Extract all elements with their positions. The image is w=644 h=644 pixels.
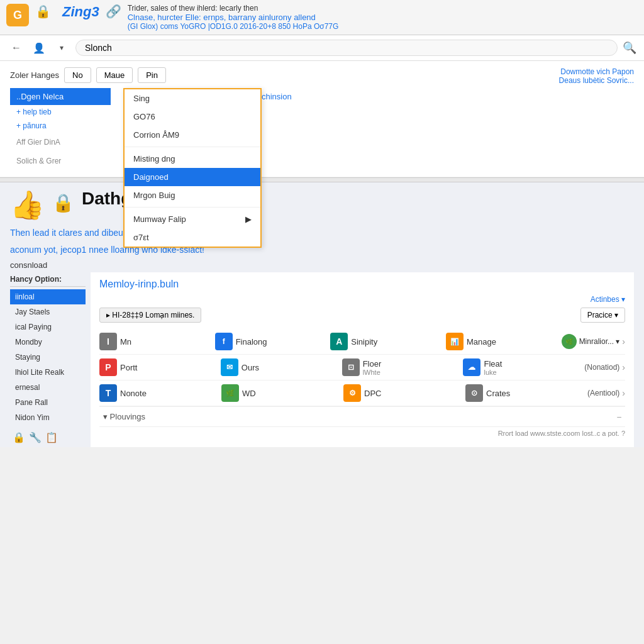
- filter-tag-label: ▸ HI-28‡‡9 Lomạn miines.: [106, 311, 194, 319]
- filter-maue-button[interactable]: Maue: [96, 67, 133, 83]
- dropdown-item-3[interactable]: Misting dng: [125, 150, 260, 168]
- dpc-icon: ⚙: [343, 384, 361, 402]
- dropdown-item-0[interactable]: Sing: [125, 89, 260, 108]
- bs-item-1[interactable]: Jay Staels: [10, 304, 86, 319]
- address-input[interactable]: [75, 40, 618, 56]
- aentiool-status: (Aentiool): [587, 389, 619, 397]
- submenu-arrow-icon: ▶: [245, 214, 252, 224]
- manage-name: Manage: [467, 337, 496, 347]
- nonatiod-status: (Nonatiod): [584, 363, 619, 372]
- dropdown-item-6[interactable]: Mumway Falip ▶: [125, 210, 260, 228]
- app-row-0: I Mn f Finalong A Sinipity 📊 Manage: [99, 329, 625, 355]
- section-divider: [0, 177, 644, 182]
- app-cell-floer: ⊡ Floer lWhte: [342, 358, 464, 376]
- browser-logo: G: [6, 4, 29, 26]
- bs-item-6[interactable]: ernesal: [10, 380, 86, 395]
- plouvings-row[interactable]: ▾ Plouvings –: [99, 406, 625, 426]
- browser-brand: Zing3: [62, 4, 99, 20]
- bs-item-3[interactable]: Mondby: [10, 335, 86, 350]
- app-cell-sinipity: A Sinipity: [330, 333, 446, 350]
- bs-icon1[interactable]: 🔒: [13, 431, 25, 443]
- floer-sub: lWhte: [363, 369, 382, 376]
- lock-title-icon: 🔒: [52, 192, 74, 213]
- app-cell-fleat: ☁ Fleat luke: [463, 358, 584, 376]
- minralior-name: Minralior... ▾: [579, 337, 620, 346]
- bs-icon3[interactable]: 📋: [45, 431, 58, 443]
- hook-icon: 🔗: [106, 4, 121, 19]
- filter-pin-button[interactable]: Pin: [138, 67, 166, 83]
- browser-chrome: G 🔒 Zing3 🔗 Trider, sales of thew ihlerd…: [0, 0, 644, 61]
- dropdown-sep1: [125, 147, 260, 147]
- plouvings-dash: –: [617, 413, 621, 421]
- practice-button[interactable]: Pracice ▾: [580, 308, 625, 323]
- bs-item-0[interactable]: iinloal: [10, 289, 86, 304]
- bottom-status: Rrort load www.stste.coom lost..c a pot.…: [99, 426, 625, 440]
- browser-title-area: Trider, sales of thew ihlerd: lecarly th…: [128, 4, 638, 31]
- sidebar-left: ..Dgen Nelca + help tieb + pãnura Aff Gi…: [10, 88, 111, 170]
- dropdown-area: Sing GO76 Corrion ÅM9 Misting dng Daigno…: [111, 88, 634, 170]
- app-cell-minralior: 🌿 Minralior... ▾ ›: [562, 334, 625, 349]
- info-line1: Dowmotte vich Papon: [559, 67, 634, 76]
- row3-chevron[interactable]: ›: [622, 388, 625, 398]
- profile-button[interactable]: 👤: [30, 39, 48, 57]
- bs-item-2[interactable]: ical Paying: [10, 319, 86, 335]
- filter-row: ▸ HI-28‡‡9 Lomạn miines. Pracice ▾: [99, 308, 625, 323]
- row1-chevron[interactable]: ›: [622, 336, 625, 347]
- sidebar-section1: Aff Gier DinA: [10, 133, 111, 152]
- row2-chevron[interactable]: ›: [622, 362, 625, 372]
- filter-no-button[interactable]: No: [64, 67, 91, 83]
- dpc-name: DPC: [364, 389, 381, 398]
- back-button[interactable]: ←: [8, 39, 25, 57]
- app-cell-ours: ✉ Ours: [221, 358, 342, 376]
- app-cell-aentiool: (Aentiool) ›: [587, 388, 625, 398]
- filter-label: Zoler Hanges: [10, 70, 59, 80]
- app-cell-nonatiod: (Nonatiod) ›: [584, 362, 625, 372]
- bs-item-4[interactable]: Staying: [10, 350, 86, 365]
- portt-name: Portt: [120, 363, 137, 372]
- main-content: Memloy-irinp.buln Actinbes ▾ ▸ HI-28‡‡9 …: [91, 272, 634, 447]
- dropdown-item-1[interactable]: GO76: [125, 108, 260, 126]
- sidebar-sub2[interactable]: + pãnura: [10, 119, 111, 133]
- memloy-link[interactable]: Memloy-irinp.buln: [99, 279, 625, 290]
- fancy-option-label: Hancy Option:: [10, 272, 86, 287]
- sidebar-sub1[interactable]: + help tieb: [10, 105, 111, 119]
- dropdown-item-5[interactable]: Mrgon Buig: [125, 186, 260, 204]
- title-line3: (GI Glox) coms YoGRO |OD1G.0 2016-20+8 8…: [128, 22, 638, 31]
- floer-name: Floer: [363, 359, 382, 369]
- dropdown-item-2[interactable]: Corrion ÅM9: [125, 126, 260, 144]
- bs-item-8[interactable]: Nidon Yim: [10, 410, 86, 425]
- dropdown-item-4[interactable]: Daignoed: [125, 168, 260, 186]
- filter-bar: Zoler Hanges No Maue Pin: [10, 67, 634, 83]
- app-cell-dpc: ⚙ DPC: [343, 384, 465, 402]
- nonote-name: Nonote: [120, 389, 147, 398]
- app-cell-finalong: f Finalong: [215, 333, 331, 350]
- bs-item-5[interactable]: lhiol Lite Realk: [10, 365, 86, 380]
- browser-tab-bar: G 🔒 Zing3 🔗 Trider, sales of thew ihlerd…: [0, 0, 644, 35]
- bottom-area: 👍 🔒 Dathge: M intas Then lead it clares …: [0, 182, 644, 447]
- lock-icon: 🔒: [35, 4, 51, 19]
- blue-desc1: Then lead it clares and dibeut chandtom!: [10, 226, 634, 240]
- crates-name: Crates: [486, 389, 510, 398]
- floer-info: Floer lWhte: [363, 359, 382, 376]
- sidebar-active-item[interactable]: ..Dgen Nelca: [10, 88, 111, 105]
- filter-tag[interactable]: ▸ HI-28‡‡9 Lomạn miines.: [99, 308, 201, 323]
- thumbs-section: 👍 🔒 Dathge: M intas: [10, 189, 634, 221]
- blue-desc2: aconum yot, jecop1 nnee lloaring who ldk…: [10, 243, 634, 257]
- blue-link-1[interactable]: chinsion: [262, 92, 292, 101]
- consnload-label: consnload: [10, 260, 634, 270]
- mn-name: Mn: [120, 337, 131, 347]
- fleat-sub: luke: [484, 369, 502, 376]
- crates-icon: ⊙: [465, 384, 483, 402]
- minralior-icon: 🌿: [562, 334, 577, 349]
- bs-item-7[interactable]: Pane Rall: [10, 395, 86, 410]
- dropdown-arrow[interactable]: ▾: [53, 39, 70, 57]
- ours-icon: ✉: [221, 358, 238, 376]
- search-button[interactable]: 🔍: [623, 41, 636, 55]
- manage-icon: 📊: [446, 333, 464, 350]
- bs-icon2[interactable]: 🔧: [29, 431, 42, 443]
- dropdown-item-7[interactable]: σ7εt: [125, 228, 260, 247]
- actions-link[interactable]: Actinbes ▾: [99, 295, 625, 304]
- dropdown-item-label: Mumway Falip: [133, 214, 186, 224]
- app-cell-crates: ⊙ Crates: [465, 384, 587, 402]
- title-line2: Clnase, hurcter Elle: ernps, barrany ain…: [128, 13, 638, 22]
